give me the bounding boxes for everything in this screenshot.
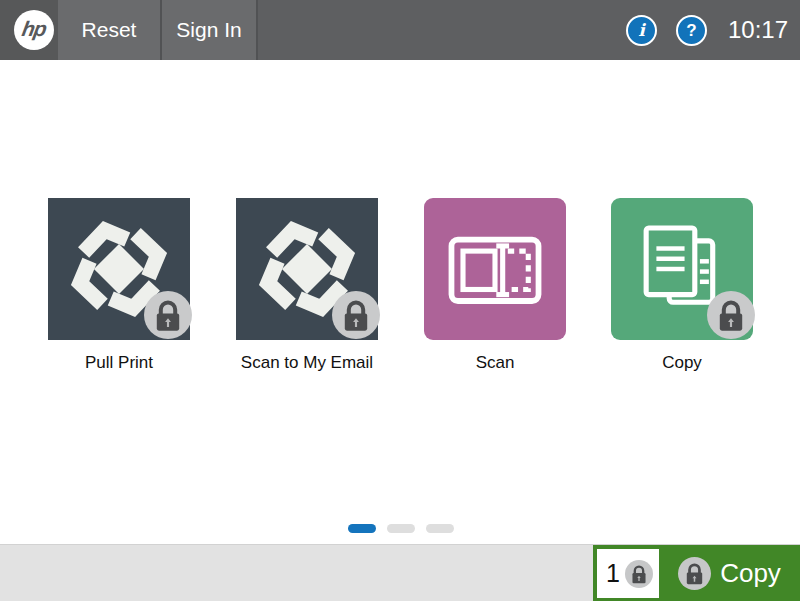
sign-in-button[interactable]: Sign In <box>160 0 258 60</box>
lock-badge-icon <box>678 557 711 590</box>
app-tile-scan-to-my-email[interactable]: Scan to My Email <box>236 198 378 373</box>
info-icon[interactable]: i <box>626 15 657 46</box>
tile-label: Copy <box>611 353 753 373</box>
tile-face <box>236 198 378 340</box>
printer-home-screen: hp Reset Sign In i ? 10:17 <box>0 0 800 601</box>
page-dot-3[interactable] <box>426 524 454 533</box>
lock-badge-icon <box>625 560 653 588</box>
help-icon[interactable]: ? <box>676 15 707 46</box>
reset-button[interactable]: Reset <box>58 0 160 60</box>
app-tile-copy[interactable]: Copy <box>611 198 753 373</box>
hp-logo-text: hp <box>20 17 48 41</box>
top-bar: hp Reset Sign In i ? 10:17 <box>0 0 800 60</box>
tile-face <box>424 198 566 340</box>
hp-logo-icon: hp <box>14 10 54 50</box>
copies-count-field[interactable]: 1 <box>597 549 659 598</box>
bottom-bar: 1 Copy <box>0 544 800 601</box>
hp-logo: hp <box>0 0 58 60</box>
lock-badge-icon <box>144 291 192 339</box>
page-dot-1[interactable] <box>348 524 376 533</box>
app-tile-scan[interactable]: Scan <box>424 198 566 373</box>
tile-face <box>48 198 190 340</box>
tile-face <box>611 198 753 340</box>
page-indicator <box>348 524 454 533</box>
tile-label: Scan <box>424 353 566 373</box>
app-tile-pull-print[interactable]: Pull Print <box>48 198 190 373</box>
copy-button[interactable]: Copy <box>659 545 800 601</box>
copies-count-value: 1 <box>606 559 620 588</box>
tile-label: Scan to My Email <box>236 353 378 373</box>
scanner-icon <box>431 205 559 333</box>
clock: 10:17 <box>728 16 788 44</box>
top-bar-right: i ? 10:17 <box>626 0 800 60</box>
copy-button-label: Copy <box>720 558 781 589</box>
lock-badge-icon <box>707 291 755 339</box>
page-dot-2[interactable] <box>387 524 415 533</box>
tile-label: Pull Print <box>48 353 190 373</box>
quick-copy-panel: 1 Copy <box>593 545 800 601</box>
lock-badge-icon <box>332 291 380 339</box>
